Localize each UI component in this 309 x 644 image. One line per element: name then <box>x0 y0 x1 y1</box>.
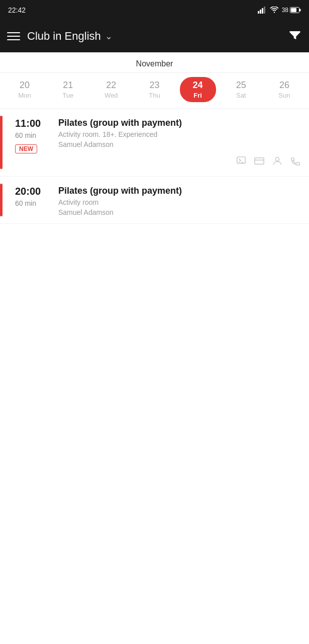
day-name: Tue <box>62 92 73 99</box>
chevron-down-icon: ⌄ <box>105 31 113 42</box>
battery-icon <box>290 7 301 13</box>
svg-rect-5 <box>299 9 301 12</box>
person-icon[interactable] <box>272 155 283 169</box>
class-accent-bar <box>0 184 3 216</box>
month-header: November <box>0 52 309 73</box>
schedule-list: 11:00 60 min NEW Pilates (group with pay… <box>0 109 309 224</box>
day-name: Wed <box>105 92 118 99</box>
class-time: 20:00 <box>15 186 58 197</box>
day-num: 20 <box>20 80 30 91</box>
signal-icon <box>258 7 267 14</box>
day-num: 21 <box>63 80 73 91</box>
svg-rect-8 <box>255 158 264 165</box>
person-icon-svg <box>272 155 283 167</box>
xb-icon-svg <box>236 155 247 167</box>
phone-icon[interactable] <box>290 155 301 169</box>
day-item-thu[interactable]: 23 Thu <box>136 77 172 102</box>
class-time-block: 11:00 60 min NEW <box>8 118 58 169</box>
day-num: 26 <box>279 80 289 91</box>
class-duration: 60 min <box>15 199 58 207</box>
status-time: 22:42 <box>8 6 26 14</box>
svg-point-10 <box>275 157 279 161</box>
new-badge: NEW <box>15 144 37 153</box>
class-info: Pilates (group with payment) Activity ro… <box>58 186 301 216</box>
app-title: Club in English <box>27 30 101 43</box>
day-selector: 20 Mon 21 Tue 22 Wed 23 Thu 24 Fri 25 Sa… <box>0 73 309 109</box>
phone-icon-svg <box>290 155 301 167</box>
day-item-sun[interactable]: 26 Sun <box>266 77 302 102</box>
class-actions <box>58 155 301 169</box>
day-num: 24 <box>193 80 203 91</box>
svg-rect-6 <box>291 8 296 12</box>
day-item-tue[interactable]: 21 Tue <box>50 77 86 102</box>
day-item-sat[interactable]: 25 Sat <box>223 77 259 102</box>
filter-icon <box>288 28 302 42</box>
filter-button[interactable] <box>288 28 302 45</box>
day-name: Thu <box>149 92 160 99</box>
payment-icon[interactable] <box>254 155 265 169</box>
class-room: Activity room. 18+. Experienced <box>58 130 301 138</box>
class-time: 11:00 <box>15 118 58 129</box>
svg-rect-2 <box>262 8 263 14</box>
class-item[interactable]: 20:00 60 min Pilates (group with payment… <box>0 177 309 224</box>
class-title: Pilates (group with payment) <box>58 118 301 128</box>
svg-rect-0 <box>258 11 259 14</box>
app-title-container[interactable]: Club in English ⌄ <box>27 30 281 43</box>
class-item[interactable]: 11:00 60 min NEW Pilates (group with pay… <box>0 109 309 177</box>
payment-icon-svg <box>254 155 265 167</box>
class-title: Pilates (group with payment) <box>58 186 301 196</box>
menu-button[interactable] <box>7 32 20 40</box>
wifi-icon <box>270 7 279 14</box>
svg-rect-3 <box>264 7 265 14</box>
month-label: November <box>136 59 173 68</box>
class-room: Activity room <box>58 198 301 206</box>
class-time-block: 20:00 60 min <box>8 186 58 216</box>
day-item-fri[interactable]: 24 Fri <box>180 77 216 102</box>
status-bar: 22:42 38 <box>0 0 309 20</box>
app-bar: Club in English ⌄ <box>0 20 309 52</box>
svg-rect-1 <box>260 10 261 14</box>
day-item-wed[interactable]: 22 Wed <box>93 77 129 102</box>
day-item-mon[interactable]: 20 Mon <box>7 77 43 102</box>
day-name: Mon <box>18 92 31 99</box>
day-num: 23 <box>149 80 159 91</box>
day-num: 22 <box>106 80 116 91</box>
class-trainer: Samuel Adamson <box>58 140 301 148</box>
class-trainer: Samuel Adamson <box>58 208 301 216</box>
day-name: Sun <box>278 92 290 99</box>
battery-indicator: 38 <box>282 7 301 14</box>
status-icons: 38 <box>258 7 301 14</box>
day-num: 25 <box>236 80 246 91</box>
class-info: Pilates (group with payment) Activity ro… <box>58 118 301 169</box>
xb-icon[interactable] <box>236 155 247 169</box>
class-duration: 60 min <box>15 131 58 139</box>
class-accent-bar <box>0 116 3 169</box>
day-name: Sat <box>236 92 246 99</box>
day-name: Fri <box>193 92 202 99</box>
